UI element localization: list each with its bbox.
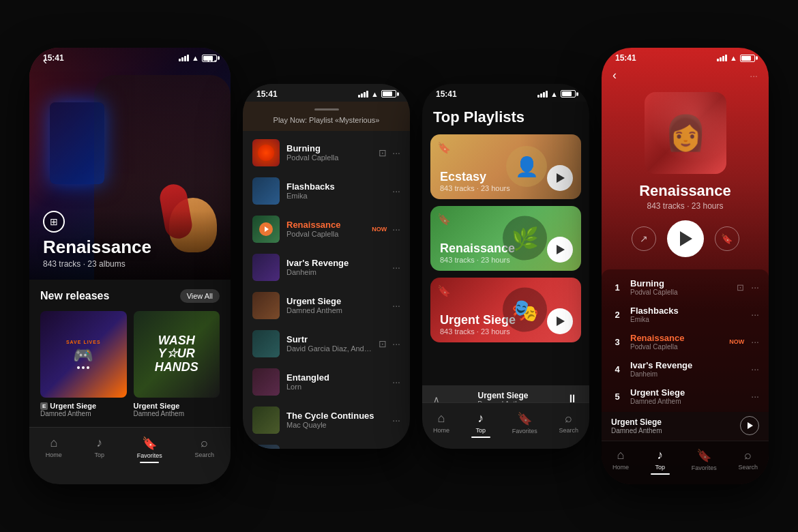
track-row-3[interactable]: Renaissance Podval Caplella NOW ··· [243,210,410,248]
nav-top-p3[interactable]: ♪ Top [463,409,499,441]
save-icon-6[interactable]: ⊡ [379,338,387,349]
np-save-1[interactable]: ⊡ [737,282,744,293]
track-row-4[interactable]: Ivar's Revenge Danheim ··· [243,248,410,286]
track-name-3: Renaissance [286,220,365,230]
section-header: New releases View All [40,289,220,303]
wifi-p4: ▲ [730,54,737,62]
track-info-8: The Cycle Continues Mac Quayle [286,411,385,429]
explicit-badge-1: E [40,402,48,410]
np-mini-play-button[interactable] [740,416,759,435]
np-track-row-5[interactable]: 5 Urgent Siege Damned Anthem ··· [602,383,769,410]
page-title-p3: Top Playlists [422,102,589,134]
np-mini-artist: Damned Anthem [611,427,740,434]
np-track-row-4[interactable]: 4 Ivar's Revenge Danheim ··· [602,355,769,383]
np-track-name-3: Renaissance [630,333,722,343]
nav-underline-p1 [140,462,159,463]
play-button-np[interactable] [667,220,704,257]
albums-row: SAVE LIVES 🎮 EUrgent Siege Damned An [40,311,220,417]
save-icon-1[interactable]: ⊡ [379,147,387,158]
album-art-1[interactable]: SAVE LIVES 🎮 [40,311,127,398]
nav-favorites-p4[interactable]: 🔖 Favorites [683,445,725,477]
nav-search-p3[interactable]: ⌕ Search [551,409,587,441]
np-track-info-5: Urgent Siege Damned Anthem [630,387,744,405]
nav-home-p1[interactable]: ⌂ Home [38,433,70,466]
track-artist-8: Mac Quayle [286,421,385,429]
nav-top-p4[interactable]: ♪ Top [642,445,678,477]
more-btn-8[interactable]: ··· [392,415,400,426]
phone-2: 15:41 ▲ Play Now: Playlist «Mysterious» [243,84,410,449]
battery-p1 [202,55,217,62]
nav-home-p3[interactable]: ⌂ Home [425,409,458,441]
track-row-9[interactable]: This Is Your Escape Sidewalks and Skelet… [243,439,410,449]
track-actions-6: ⊡ ··· [379,338,400,349]
mini-player-p2[interactable]: Play Now: Playlist «Mysterious» [243,102,410,131]
nav-home-p4[interactable]: ⌂ Home [604,445,637,477]
track-row-2[interactable]: Flashbacks Emika ··· [243,172,410,210]
track-name-4: Ivar's Revenge [286,258,385,268]
nav-favorites-p3[interactable]: 🔖 Favorites [504,409,546,441]
favorites-label-p4: Favorites [692,464,717,471]
track-info-1: Burning Podval Caplella [286,143,372,162]
more-btn-2[interactable]: ··· [392,186,400,196]
now-badge-3: NOW [372,226,387,233]
playing-indicator-3 [259,222,273,236]
follow-button[interactable]: ⊞ [43,211,65,233]
np-track-row-1[interactable]: 1 Burning Podval Caplella ⊡ ··· [602,274,769,301]
playlist-card-1[interactable]: 🔖 👤 Ecstasy 843 tracks · 23 hours [430,134,581,199]
play-triangle-np [680,231,692,246]
np-more-2[interactable]: ··· [751,309,759,320]
album-title-1: EUrgent Siege [40,402,127,411]
status-icons-p3: ▲ [537,90,576,98]
nav-search-p4[interactable]: ⌕ Search [730,445,767,477]
playlist-card-2[interactable]: 🔖 🌿 Renaissance 843 tracks · 23 hours [430,206,581,271]
track-row-6[interactable]: Surtr David Garcia Diaz, Andy LaPle… ⊡ ·… [243,325,410,363]
track-list-p2: Burning Podval Caplella ⊡ ··· Flashbacks… [243,131,410,449]
track-actions-7: ··· [392,376,400,387]
np-track-info-1: Burning Podval Caplella [630,278,730,296]
np-track-artist-1: Podval Caplella [630,289,730,296]
playlist-play-btn-2[interactable] [547,237,573,263]
np-track-row-3[interactable]: 3 Renaissance Podval Caplella NOW ··· [602,328,769,355]
back-button-p4[interactable]: ‹ [612,68,617,83]
np-more-1[interactable]: ··· [751,282,759,293]
bookmark-icon-3: 🔖 [437,284,451,297]
np-track-num-4: 4 [611,364,623,374]
np-track-artist-4: Danheim [630,370,744,378]
nav-search-p1[interactable]: ⌕ Search [187,433,223,466]
more-button-p4[interactable]: ··· [750,70,758,81]
np-more-5[interactable]: ··· [751,391,759,402]
track-artist-5: Damned Anthem [286,306,385,314]
view-all-button[interactable]: View All [180,289,220,303]
nav-top-p1-btn[interactable]: ♪ Top [87,433,113,466]
nav-favorites-p1[interactable]: 🔖 Favorites [129,433,171,466]
share-button[interactable]: ↗ [632,226,656,251]
album-art-2[interactable]: WASHY☆URHANDS [134,311,220,398]
np-more-3[interactable]: ··· [751,336,759,347]
more-btn-1[interactable]: ··· [392,147,400,158]
track-row-1[interactable]: Burning Podval Caplella ⊡ ··· [243,134,410,172]
bookmark-button-np[interactable]: 🔖 [715,226,739,251]
more-btn-4[interactable]: ··· [392,262,400,273]
track-row-8[interactable]: The Cycle Continues Mac Quayle ··· [243,401,410,439]
track-thumb-4 [252,254,280,281]
playlist-card-3[interactable]: 🔖 🎭 Urgent Siege 843 tracks · 23 hours [430,278,581,342]
album-artist-2: Damned Anthem [134,410,220,417]
more-btn-7[interactable]: ··· [392,376,400,387]
more-btn-3[interactable]: ··· [392,224,400,235]
play-triangle-3 [557,316,565,326]
np-track-row-2[interactable]: 2 Flashbacks Emika ··· [602,301,769,328]
home-label-p4: Home [612,464,629,471]
np-more-4[interactable]: ··· [751,364,759,374]
track-row-7[interactable]: Entangled Lorn ··· [243,363,410,401]
search-label-p3: Search [559,427,579,434]
playlist-play-btn-3[interactable] [547,308,573,334]
track-artist-6: David Garcia Diaz, Andy LaPle… [286,344,372,353]
signal-p2 [358,91,368,98]
more-btn-5[interactable]: ··· [392,300,400,311]
mini-player-text: Play Now: Playlist «Mysterious» [274,116,380,124]
more-btn-6[interactable]: ··· [392,338,400,349]
wifi-p3: ▲ [550,90,558,98]
track-name-5: Urgent Siege [286,296,385,306]
artist-info-overlay: ⊞ Renaissance 843 tracks · 23 albums [29,211,231,280]
track-row-5[interactable]: Urgent Siege Damned Anthem ··· [243,286,410,325]
